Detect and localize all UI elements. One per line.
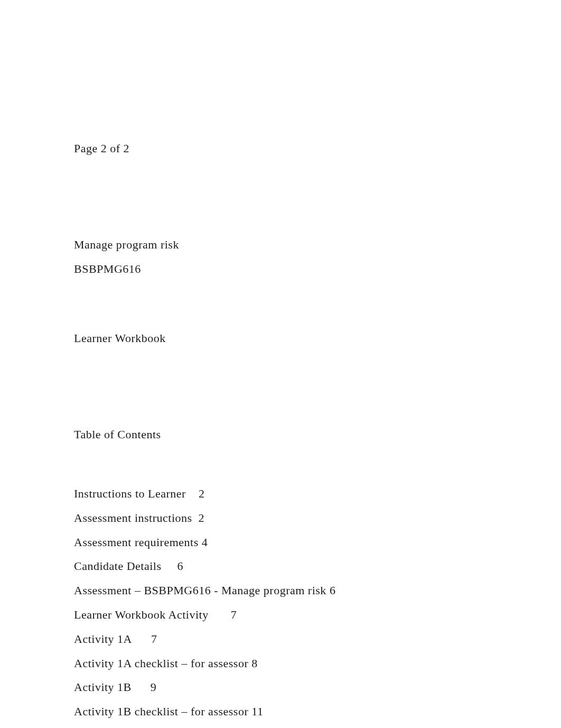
toc-item-page: 8 [251, 652, 258, 675]
toc-item-page: 2 [199, 483, 205, 505]
toc-item: Learner Workbook Activity 7 [74, 604, 487, 626]
toc-item-page: 2 [199, 507, 205, 529]
toc-list: Instructions to Learner 2 Assessment ins… [74, 483, 487, 728]
toc-item: Assessment – BSBPMG616 - Manage program … [74, 579, 487, 602]
toc-item: Candidate Details 6 [74, 555, 487, 577]
toc-item: Activity 1B 9 [74, 676, 487, 698]
toc-item-page: 7 [231, 604, 237, 626]
toc-item: Assessment requirements 4 [74, 531, 487, 554]
document-subtitle: Learner Workbook [74, 327, 487, 349]
toc-item-label: Instructions to Learner [74, 483, 186, 505]
toc-item: Assessment instructions 2 [74, 507, 487, 529]
toc-item-page: 6 [177, 555, 184, 577]
toc-item-label: Assessment – BSBPMG616 - Manage program … [74, 579, 326, 602]
toc-item-label: Activity 1B [74, 676, 132, 698]
toc-item-label: Activity 1A checklist – for assessor [74, 652, 248, 675]
toc-item-label: Activity 1C [74, 725, 132, 728]
toc-item-page: 4 [202, 531, 208, 554]
toc-item-label: Assessment instructions [74, 507, 192, 529]
toc-item: Activity 1A 7 [74, 628, 487, 650]
toc-item: Instructions to Learner 2 [74, 483, 487, 505]
toc-item-label: Activity 1A [74, 628, 132, 650]
toc-item-label: Learner Workbook Activity [74, 604, 209, 626]
toc-item-label: Assessment requirements [74, 531, 199, 554]
toc-item: Activity 1B checklist – for assessor 11 [74, 701, 487, 723]
document-title: Manage program risk [74, 234, 487, 256]
toc-item-page: 13 [151, 725, 163, 728]
toc-item-label: Candidate Details [74, 555, 162, 577]
toc-item-page: 7 [151, 628, 157, 650]
toc-heading: Table of Contents [74, 423, 487, 446]
toc-item-page: 9 [151, 676, 157, 698]
toc-item-label: Activity 1B checklist – for assessor [74, 701, 248, 723]
toc-item-page: 11 [251, 701, 263, 723]
toc-item-page: 6 [330, 579, 336, 602]
document-page: Page 2 of 2 Manage program risk BSBPMG61… [0, 0, 561, 728]
toc-item: Activity 1A checklist – for assessor 8 [74, 652, 487, 675]
page-number: Page 2 of 2 [74, 137, 487, 160]
toc-item: Activity 1C 13 [74, 725, 487, 728]
document-code: BSBPMG616 [74, 258, 487, 280]
